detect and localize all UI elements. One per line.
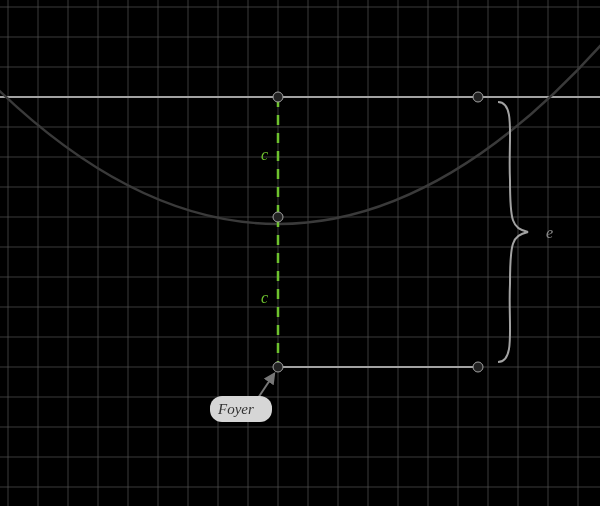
c-label-bottom: c [261, 289, 268, 306]
diagram-canvas: c c e Foyer [0, 0, 600, 506]
brace-e [498, 102, 528, 362]
focus-label-arrow [258, 374, 274, 398]
point-focus [273, 362, 283, 372]
grid [0, 0, 600, 506]
c-label-top: c [261, 146, 268, 163]
point-vertex [273, 212, 283, 222]
point-directrix-side [473, 92, 483, 102]
focus-label-text: Foyer [217, 401, 254, 417]
point-directrix-center [273, 92, 283, 102]
point-focus-side [473, 362, 483, 372]
focus-label-pill: Foyer [210, 396, 272, 422]
e-label: e [546, 224, 553, 241]
